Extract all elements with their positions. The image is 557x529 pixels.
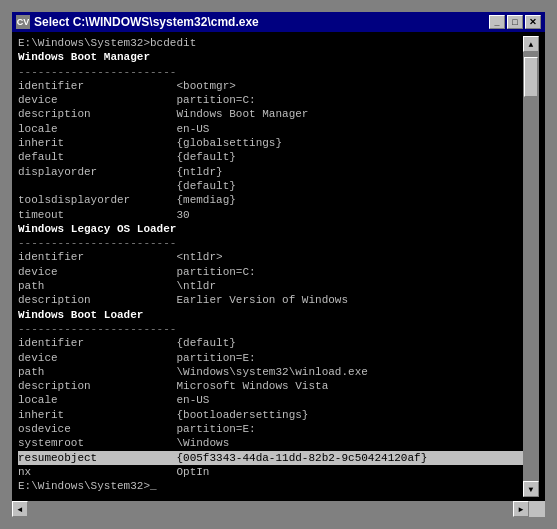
console-line: description Microsoft Windows Vista: [18, 379, 523, 393]
console-line: Windows Boot Loader: [18, 308, 523, 322]
scroll-corner: [529, 501, 545, 517]
console-line: timeout 30: [18, 208, 523, 222]
console-line: Windows Legacy OS Loader: [18, 222, 523, 236]
console-content: E:\Windows\System32>bcdeditWindows Boot …: [18, 36, 523, 497]
window-title: Select C:\WINDOWS\system32\cmd.exe: [34, 15, 259, 29]
console-line: identifier <bootmgr>: [18, 79, 523, 93]
console-line: path \ntldr: [18, 279, 523, 293]
console-line: osdevice partition=E:: [18, 422, 523, 436]
console-line: locale en-US: [18, 122, 523, 136]
minimize-button[interactable]: _: [489, 15, 505, 29]
scroll-thumb[interactable]: [524, 57, 538, 97]
scroll-right-button[interactable]: ►: [513, 501, 529, 517]
title-bar: CV Select C:\WINDOWS\system32\cmd.exe _ …: [12, 12, 545, 32]
console-line: inherit {bootloadersettings}: [18, 408, 523, 422]
close-button[interactable]: ✕: [525, 15, 541, 29]
console-area: E:\Windows\System32>bcdeditWindows Boot …: [12, 32, 545, 501]
console-line: E:\Windows\System32>bcdedit: [18, 36, 523, 50]
console-line: ------------------------: [18, 322, 523, 336]
scroll-track: [523, 52, 539, 481]
console-line: {default}: [18, 179, 523, 193]
window-icon-text: CV: [17, 17, 30, 27]
console-line: device partition=C:: [18, 265, 523, 279]
console-line: device partition=E:: [18, 351, 523, 365]
console-line: description Windows Boot Manager: [18, 107, 523, 121]
console-line: ------------------------: [18, 65, 523, 79]
vertical-scrollbar: ▲ ▼: [523, 36, 539, 497]
console-line: identifier {default}: [18, 336, 523, 350]
console-line: description Earlier Version of Windows: [18, 293, 523, 307]
console-line: nx OptIn: [18, 465, 523, 479]
console-line: Windows Boot Manager: [18, 50, 523, 64]
title-bar-buttons: _ □ ✕: [489, 15, 541, 29]
scroll-up-button[interactable]: ▲: [523, 36, 539, 52]
scroll-left-button[interactable]: ◄: [12, 501, 28, 517]
console-line: default {default}: [18, 150, 523, 164]
console-line: toolsdisplayorder {memdiag}: [18, 193, 523, 207]
console-line: inherit {globalsettings}: [18, 136, 523, 150]
console-line: identifier <ntldr>: [18, 250, 523, 264]
horizontal-scrollbar: ◄ ►: [12, 501, 545, 517]
console-line: displayorder {ntldr}: [18, 165, 523, 179]
console-line: locale en-US: [18, 393, 523, 407]
scroll-down-button[interactable]: ▼: [523, 481, 539, 497]
console-line: path \Windows\system32\winload.exe: [18, 365, 523, 379]
console-line: systemroot \Windows: [18, 436, 523, 450]
cmd-window: CV Select C:\WINDOWS\system32\cmd.exe _ …: [10, 10, 547, 519]
console-line: ------------------------: [18, 236, 523, 250]
title-bar-left: CV Select C:\WINDOWS\system32\cmd.exe: [16, 15, 259, 29]
window-icon: CV: [16, 15, 30, 29]
maximize-button[interactable]: □: [507, 15, 523, 29]
console-line: device partition=C:: [18, 93, 523, 107]
console-line: E:\Windows\System32>_: [18, 479, 523, 493]
console-line: resumeobject {005f3343-44da-11dd-82b2-9c…: [18, 451, 523, 465]
h-scroll-track: [28, 501, 513, 517]
